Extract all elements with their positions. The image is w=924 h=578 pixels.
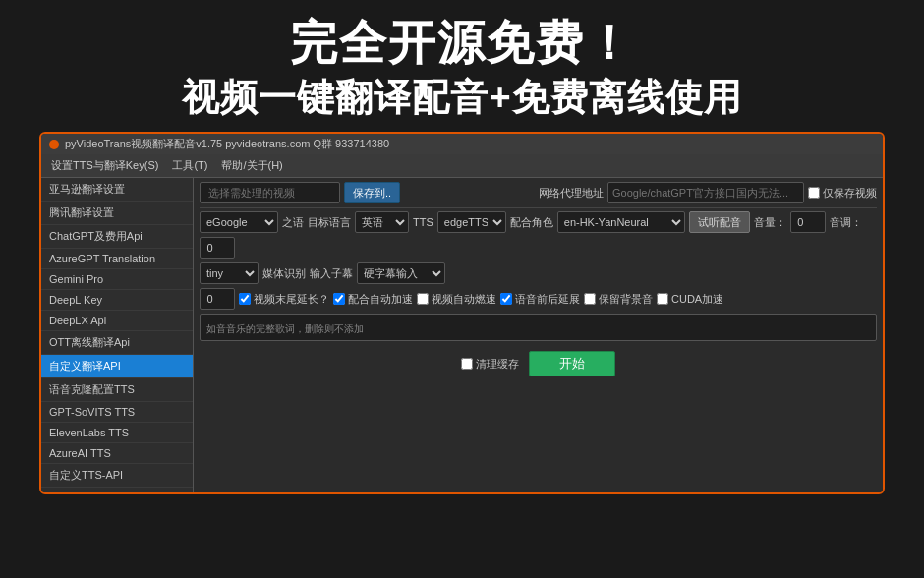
time-input[interactable] <box>200 288 235 310</box>
sidebar: 亚马逊翻译设置 腾讯翻译设置 ChatGPT及费用Api AzureGPT Tr… <box>41 178 194 492</box>
sidebar-item-azureai[interactable]: AzureAI TTS <box>41 443 193 464</box>
cb5-wrap: 保留背景音 <box>584 292 653 307</box>
pitch-label: 音调： <box>830 215 862 230</box>
cb2-label: 配合自动加速 <box>348 292 413 307</box>
cb2-checkbox[interactable] <box>333 293 345 305</box>
sidebar-item-gemini[interactable]: Gemini Pro <box>41 269 193 290</box>
lang-row: eGoogle 之语 目标语言 英语 TTS edgeTTS 配合角色 en-H… <box>200 211 877 259</box>
volume-input[interactable] <box>790 211 826 233</box>
banner-title1: 完全开源免费！ <box>0 18 924 70</box>
file-input[interactable] <box>204 182 335 203</box>
input-type-select[interactable]: 硬字幕输入 <box>357 262 445 284</box>
window-dot <box>49 140 59 149</box>
clear-cache-label: 清理缓存 <box>476 357 519 372</box>
menu-item-tools[interactable]: 工具(T) <box>166 156 213 175</box>
sidebar-item-voice-clone[interactable]: 语音克隆配置TTS <box>41 378 193 402</box>
banner-title2: 视频一键翻译配音+免费离线使用 <box>0 76 924 121</box>
target-lang-label: 目标语言 <box>308 215 351 230</box>
sidebar-item-gpt-sovits[interactable]: GPT-SoVITS TTS <box>41 402 193 423</box>
target-lang-select[interactable]: 英语 <box>355 211 409 233</box>
clear-cache-checkbox[interactable] <box>461 358 473 370</box>
sidebar-item-azuregpt[interactable]: AzureGPT Translation <box>41 249 193 269</box>
title-bar: pyVideoTrans视频翻译配音v1.75 pyvideotrans.com… <box>41 134 883 154</box>
cb3-checkbox[interactable] <box>417 293 429 305</box>
sidebar-item-deeplx[interactable]: DeepLX Api <box>41 311 193 331</box>
cb6-label: CUDA加速 <box>671 292 723 307</box>
network-label: 网络代理地址 <box>539 186 604 201</box>
cb3-label: 视频自动燃速 <box>432 292 496 307</box>
model-select[interactable]: tiny <box>200 262 259 284</box>
sidebar-item-deepl[interactable]: DeepL Key <box>41 290 193 311</box>
cb2-wrap: 配合自动加速 <box>333 292 413 307</box>
cb4-checkbox[interactable] <box>500 293 512 305</box>
app-window: pyVideoTrans视频翻译配音v1.75 pyvideotrans.com… <box>39 132 885 494</box>
file-input-area <box>200 182 340 203</box>
source-lang-select[interactable]: eGoogle <box>200 211 278 233</box>
menu-bar: 设置TTS与翻译Key(S) 工具(T) 帮助/关于(H) <box>41 154 883 178</box>
only-video-wrap: 仅保存视频 <box>808 186 877 201</box>
window-title: pyVideoTrans视频翻译配音v1.75 pyvideotrans.com… <box>65 137 389 151</box>
cb1-wrap: 视频末尾延长？ <box>239 292 329 307</box>
cb4-wrap: 语音前后延展 <box>500 292 580 307</box>
sidebar-item-custom-api[interactable]: 自定义翻译API <box>41 355 193 378</box>
sidebar-item-elevenlabs[interactable]: ElevenLabs TTS <box>41 423 193 443</box>
menu-item-settings[interactable]: 设置TTS与翻译Key(S) <box>45 156 164 175</box>
cb3-wrap: 视频自动燃速 <box>417 292 496 307</box>
hint-text: 如音音乐的完整歌词，删除则不添加 <box>206 321 364 336</box>
sidebar-item-tencent[interactable]: 腾讯翻译设置 <box>41 202 193 225</box>
content-area: 保存到.. 网络代理地址 仅保存视频 eGoogle 之语 目标语言 英语 <box>194 178 883 492</box>
recognition-label: 媒体识别 <box>262 266 306 281</box>
menu-item-help[interactable]: 帮助/关于(H) <box>215 156 288 175</box>
sidebar-item-ott[interactable]: OTT离线翻译Api <box>41 331 193 355</box>
cb6-wrap: CUDA加速 <box>657 292 723 307</box>
sidebar-item-amazon[interactable]: 亚马逊翻译设置 <box>41 178 193 202</box>
hint-area: 如音音乐的完整歌词，删除则不添加 <box>200 314 877 341</box>
cb6-checkbox[interactable] <box>657 293 668 305</box>
network-input[interactable] <box>607 182 804 203</box>
only-video-label: 仅保存视频 <box>823 186 877 201</box>
cb5-checkbox[interactable] <box>584 293 596 305</box>
checkbox-row: 视频末尾延长？ 配合自动加速 视频自动燃速 语音前后延展 保留背景音 <box>200 288 877 310</box>
start-btn[interactable]: 开始 <box>529 351 615 376</box>
input-type-label: 输入子幕 <box>310 266 353 281</box>
volume-label: 音量： <box>754 215 786 230</box>
banner: 完全开源免费！ 视频一键翻译配音+免费离线使用 <box>0 0 924 132</box>
pitch-input[interactable] <box>200 237 235 259</box>
model-row: tiny 媒体识别 输入子幕 硬字幕输入 <box>200 262 877 284</box>
only-video-checkbox[interactable] <box>808 187 820 199</box>
cb1-label: 视频末尾延长？ <box>254 292 329 307</box>
source-lang-label: 之语 <box>282 215 304 230</box>
role-select[interactable]: en-HK-YanNeural <box>557 211 685 233</box>
tts-select[interactable]: edgeTTS <box>437 211 506 233</box>
cb5-label: 保留背景音 <box>599 292 653 307</box>
bottom-row: 清理缓存 开始 <box>200 347 877 380</box>
cb1-checkbox[interactable] <box>239 293 251 305</box>
sidebar-item-custom-tts[interactable]: 自定义TTS-API <box>41 464 193 488</box>
role-label: 配合角色 <box>510 215 553 230</box>
sidebar-item-zh-recogn[interactable]: zh_recogn中文语音识别 <box>41 488 193 492</box>
try-btn[interactable]: 试听配音 <box>689 211 750 233</box>
tts-label: TTS <box>413 216 433 228</box>
file-row: 保存到.. 网络代理地址 仅保存视频 <box>200 182 877 203</box>
main-layout: 亚马逊翻译设置 腾讯翻译设置 ChatGPT及费用Api AzureGPT Tr… <box>41 178 883 492</box>
sidebar-item-chatgpt[interactable]: ChatGPT及费用Api <box>41 225 193 249</box>
cb4-label: 语音前后延展 <box>515 292 580 307</box>
save-btn[interactable]: 保存到.. <box>344 182 400 203</box>
clear-cache-wrap: 清理缓存 <box>461 357 519 372</box>
